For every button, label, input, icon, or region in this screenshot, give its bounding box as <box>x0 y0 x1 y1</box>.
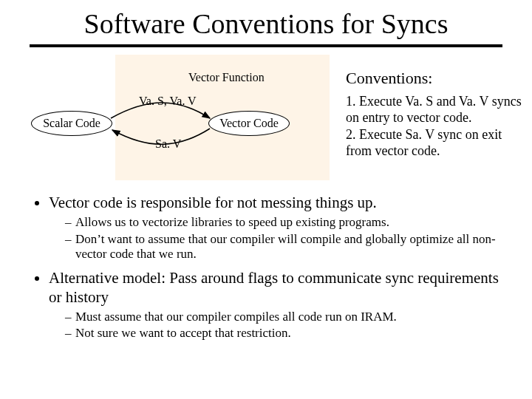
bullet-2-sublist: Must assume that our compiler compiles a… <box>49 310 501 341</box>
sync-in-label: Va. S, Va. V <box>139 95 197 108</box>
conventions-block: Conventions: 1. Execute Va. S and Va. V … <box>346 68 523 160</box>
bullet-1-sublist: Allows us to vectorize libraries to spee… <box>49 215 501 262</box>
sync-out-label: Sa. V <box>155 137 181 151</box>
vector-code-oval: Vector Code <box>208 111 290 136</box>
bullet-1: Vector code is responsible for not messi… <box>49 194 501 262</box>
convention-2: 2. Execute Sa. V sync on exit from vecto… <box>346 126 523 160</box>
bullet-2a: Must assume that our compiler compiles a… <box>65 310 501 324</box>
bullet-1a: Allows us to vectorize libraries to spee… <box>65 215 501 230</box>
bullet-2: Alternative model: Pass around flags to … <box>49 269 501 341</box>
slide: Software Conventions for Syncs Vector Fu… <box>0 0 532 399</box>
bullet-1b: Don’t want to assume that our compiler w… <box>65 232 501 262</box>
bullet-region: Vector code is responsible for not messi… <box>0 185 532 341</box>
bullet-2-text: Alternative model: Pass around flags to … <box>49 269 499 305</box>
convention-1: 1. Execute Va. S and Va. V syncs on entr… <box>346 93 523 126</box>
diagram-region: Vector Function Scalar Code Vector Code … <box>0 55 532 185</box>
vector-code-text: Vector Code <box>219 117 279 130</box>
bullet-2b: Not sure we want to accept that restrict… <box>65 326 501 341</box>
bullet-1-text: Vector code is responsible for not messi… <box>49 194 377 211</box>
slide-title: Software Conventions for Syncs <box>0 0 532 43</box>
scalar-code-text: Scalar Code <box>43 117 100 130</box>
bullet-list: Vector code is responsible for not messi… <box>31 194 501 341</box>
title-rule <box>30 44 502 47</box>
conventions-header: Conventions: <box>346 68 523 89</box>
vector-function-label: Vector Function <box>188 71 265 84</box>
scalar-code-oval: Scalar Code <box>31 111 112 136</box>
